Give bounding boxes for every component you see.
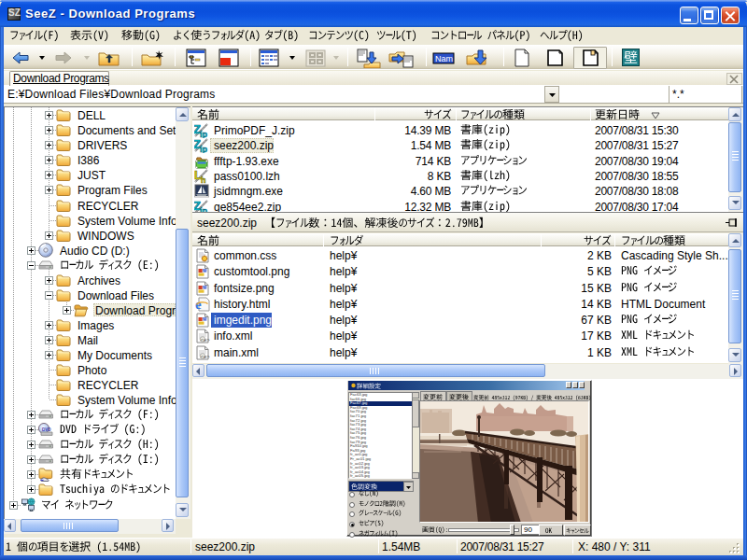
svg-text:Nam: Nam (435, 54, 453, 63)
